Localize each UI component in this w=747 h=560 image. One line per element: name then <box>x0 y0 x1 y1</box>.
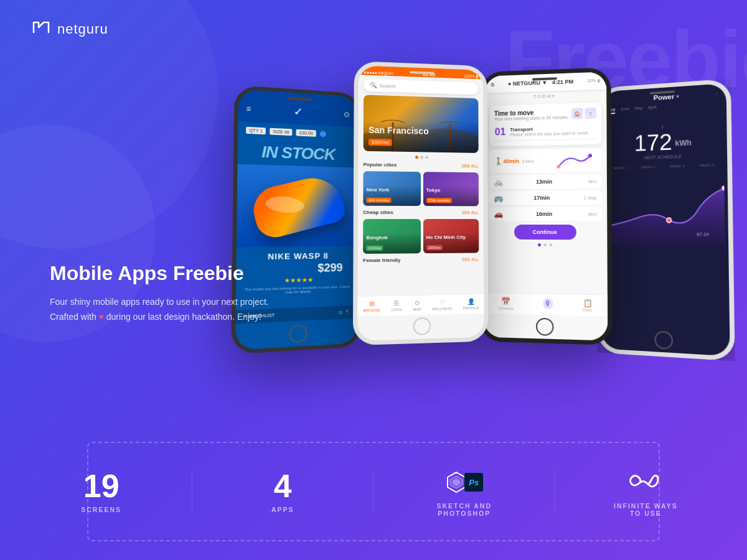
transport-screen: ≡ ● NETGURU ▼ 4:21 PM 20% ▮ TODAY Time t… <box>484 72 608 340</box>
profile-icon: 👤 <box>467 298 474 305</box>
bus-time: 17min <box>533 195 550 201</box>
city-price-ny: 388 monthly <box>367 198 392 203</box>
phone-transport: ≡ ● NETGURU ▼ 4:21 PM 20% ▮ TODAY Time t… <box>479 67 612 345</box>
stats-inner: 19 SCREENS 4 APPS <box>0 466 747 517</box>
popular-cities-header: Popular cities SEE ALL <box>358 161 483 170</box>
transport-mode-car[interactable]: 🚗 16min 6km <box>489 207 602 221</box>
travel-nav-profile[interactable]: 👤 PROFILE <box>463 298 479 310</box>
travel-dot-1 <box>415 156 418 159</box>
city-card-tokyo[interactable]: Tokyo 226k monthly <box>423 172 479 206</box>
energy-chart: 87.24 <box>604 169 725 246</box>
city-price-hcm: 190/mo <box>426 245 443 250</box>
phones-container: ≡ ✓ ⊙ QTY 1 SIZE 46 £30.00 IN STOCK NIKE… <box>187 50 747 436</box>
city-label-bangkok: Bangkok 114/mo <box>363 233 420 254</box>
phone-home-button <box>289 324 307 343</box>
travel-hero-image: San Francisco $300/mo <box>364 95 479 152</box>
stats-container: 19 SCREENS 4 APPS <box>0 423 747 560</box>
tools-label: SKETCH ANDPHOTOSHOP <box>437 502 492 517</box>
stat-apps: 4 APPS <box>245 470 320 513</box>
transport-mode-bus[interactable]: 🚌 17min 1 Stop <box>489 190 602 205</box>
nike-search-icon: ⊙ <box>344 110 350 119</box>
travel-nav-map[interactable]: ⊙ MAP <box>413 299 421 312</box>
nike-footer-icons: ⊙ 📍 <box>338 309 350 315</box>
continue-button[interactable]: Continue <box>514 225 576 240</box>
walk-route-preview <box>533 151 596 170</box>
nike-shoe-area <box>237 164 357 247</box>
popular-cities-see-all[interactable]: SEE ALL <box>461 164 478 168</box>
nike-size-tag: SIZE 46 <box>270 128 293 136</box>
nav-tasks[interactable]: 📋 Tasks <box>583 299 593 312</box>
lists-icon: ☰ <box>394 299 400 306</box>
stat-ways: INFINITE WAYSTO USE <box>608 466 683 517</box>
tools-icon-wrap: Ps <box>445 466 483 498</box>
wellness-icon: ♡ <box>439 299 445 306</box>
travel-hero-city: San Francisco <box>369 125 474 138</box>
cheap-cities-label: Cheap cities <box>363 210 393 215</box>
stat-tools: Ps SKETCH ANDPHOTOSHOP <box>427 466 502 517</box>
phone-home-button-2 <box>413 317 430 335</box>
transport-battery: 20% ▮ <box>587 78 599 84</box>
screens-number: 19 <box>83 470 120 502</box>
travel-nav-browse[interactable]: ⊞ BROWSE <box>363 300 380 312</box>
travel-nav-wellness[interactable]: ♡ WELLNESS <box>432 299 453 311</box>
svg-point-5 <box>721 185 725 190</box>
stat-screens: 19 SCREENS <box>64 470 139 513</box>
transport-modes-list: 🚶 40min 3.4km 🚲 13min 4km <box>489 148 602 221</box>
energy-value-display: ↑ 172 kWh NEXT SCHEDULE <box>602 111 727 164</box>
transport-mode-bike[interactable]: 🚲 13min 4km <box>489 174 602 189</box>
phone-energy: Power ▾ ⋮ July June May April ↑ 172 kWh <box>597 78 735 361</box>
cheap-cities-see-all[interactable]: SEE ALL <box>462 210 479 215</box>
nike-shoe-image <box>248 172 347 241</box>
city-card-hcm[interactable]: Ho Chi Minh City 190/mo <box>423 219 479 253</box>
city-card-bangkok[interactable]: Bangkok 114/mo <box>363 219 420 254</box>
phone-home-button-4 <box>654 330 673 349</box>
divider-1 <box>192 470 192 513</box>
apps-label: APPS <box>271 506 294 513</box>
ps-icon: Ps <box>464 473 483 492</box>
browse-label: BROWSE <box>363 308 380 312</box>
bus-stops: 1 Stop <box>584 195 597 200</box>
energy-screen: Power ▾ ⋮ July June May April ↑ 172 kWh <box>601 83 730 357</box>
apps-number: 4 <box>274 470 292 502</box>
city-card-ny[interactable]: New York 388 monthly <box>363 171 420 206</box>
nike-price-tag: £30.00 <box>296 129 316 137</box>
route-info: Transport Please select the way you want… <box>510 125 596 137</box>
schedule-label: Schedule <box>498 306 514 310</box>
travel-search-text: Search <box>380 83 396 89</box>
ttm-icon-1[interactable]: 🏠 <box>571 108 583 119</box>
nike-logo: ✓ <box>294 105 303 118</box>
energy-tab-april[interactable]: April <box>648 105 657 112</box>
map-label: MAP <box>413 307 421 311</box>
bike-time: 13min <box>536 179 552 185</box>
schedule-icon: 📅 <box>501 297 510 306</box>
phone-travel: ●●●●● karguru 12:00 100% ▮ 🔍 Search Sa <box>353 61 489 345</box>
logo-icon <box>31 19 51 39</box>
energy-tab-may[interactable]: May <box>634 106 642 113</box>
city-price-bangkok: 114/mo <box>366 245 383 250</box>
walk-icon: 🚶 <box>494 157 504 166</box>
hero-description: Four shiny mobile apps ready to use in y… <box>50 295 286 325</box>
travel-nav-lists[interactable]: ☰ LISTS <box>392 299 402 312</box>
nav-mic[interactable]: 🎙 <box>543 298 553 312</box>
profile-label: PROFILE <box>463 306 479 310</box>
travel-hero-price: $300/mo <box>369 139 392 146</box>
city-name-ny: New York <box>367 187 418 193</box>
walk-time: 40min <box>503 158 519 164</box>
bus-icon: 🚌 <box>494 194 504 203</box>
transport-main-card: Time to move Your next meeting starts in… <box>489 103 601 147</box>
sketch-ps-icons: Ps <box>445 471 483 493</box>
travel-search-bar[interactable]: 🔍 Search <box>364 78 478 95</box>
nike-price: $299 <box>317 261 350 275</box>
energy-tab-june[interactable]: June <box>620 106 629 113</box>
travel-dot-2 <box>420 156 423 159</box>
travel-carousel-dots <box>358 155 483 160</box>
travel-hero-overlay: San Francisco $300/mo <box>364 120 479 153</box>
ttm-icon-2[interactable]: ⋮ <box>585 108 596 119</box>
city-label-ny: New York 388 monthly <box>363 185 420 206</box>
ttm-text: Time to move Your next meeting starts in… <box>494 108 569 121</box>
female-friendly-see-all[interactable]: SEE ALL <box>462 257 479 261</box>
nav-schedule[interactable]: 📅 Schedule <box>498 297 514 310</box>
city-label-hcm: Ho Chi Minh City 190/mo <box>423 233 479 253</box>
travel-carrier: ●●●●● karguru <box>364 70 393 76</box>
transport-mode-walk[interactable]: 🚶 40min 3.4km <box>489 148 602 174</box>
